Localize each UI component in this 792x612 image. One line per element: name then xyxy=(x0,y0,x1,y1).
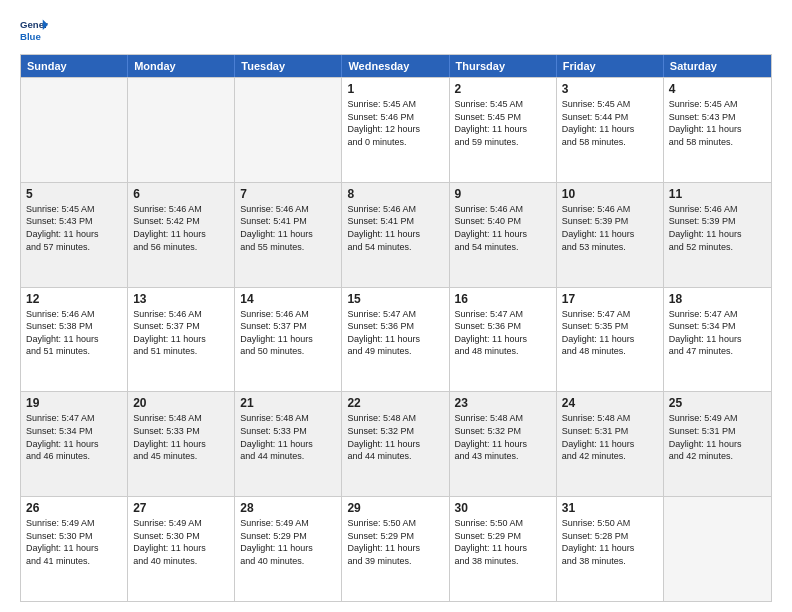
day-info: Sunrise: 5:48 AM Sunset: 5:33 PM Dayligh… xyxy=(133,412,229,462)
day-number: 25 xyxy=(669,396,766,410)
day-number: 2 xyxy=(455,82,551,96)
cal-cell: 12Sunrise: 5:46 AM Sunset: 5:38 PM Dayli… xyxy=(21,288,128,392)
day-number: 30 xyxy=(455,501,551,515)
day-header-saturday: Saturday xyxy=(664,55,771,77)
page: General Blue SundayMondayTuesdayWednesda… xyxy=(0,0,792,612)
day-number: 15 xyxy=(347,292,443,306)
day-number: 21 xyxy=(240,396,336,410)
cal-cell: 29Sunrise: 5:50 AM Sunset: 5:29 PM Dayli… xyxy=(342,497,449,601)
day-number: 13 xyxy=(133,292,229,306)
cal-cell: 3Sunrise: 5:45 AM Sunset: 5:44 PM Daylig… xyxy=(557,78,664,182)
cal-cell: 10Sunrise: 5:46 AM Sunset: 5:39 PM Dayli… xyxy=(557,183,664,287)
cal-cell: 2Sunrise: 5:45 AM Sunset: 5:45 PM Daylig… xyxy=(450,78,557,182)
day-info: Sunrise: 5:46 AM Sunset: 5:40 PM Dayligh… xyxy=(455,203,551,253)
day-info: Sunrise: 5:46 AM Sunset: 5:39 PM Dayligh… xyxy=(562,203,658,253)
cal-cell xyxy=(21,78,128,182)
day-info: Sunrise: 5:48 AM Sunset: 5:32 PM Dayligh… xyxy=(347,412,443,462)
calendar-row-2: 5Sunrise: 5:45 AM Sunset: 5:43 PM Daylig… xyxy=(21,182,771,287)
day-number: 28 xyxy=(240,501,336,515)
day-number: 26 xyxy=(26,501,122,515)
day-info: Sunrise: 5:46 AM Sunset: 5:37 PM Dayligh… xyxy=(240,308,336,358)
day-number: 12 xyxy=(26,292,122,306)
day-info: Sunrise: 5:46 AM Sunset: 5:37 PM Dayligh… xyxy=(133,308,229,358)
calendar-header-row: SundayMondayTuesdayWednesdayThursdayFrid… xyxy=(21,55,771,77)
cal-cell: 27Sunrise: 5:49 AM Sunset: 5:30 PM Dayli… xyxy=(128,497,235,601)
day-number: 16 xyxy=(455,292,551,306)
day-number: 5 xyxy=(26,187,122,201)
cal-cell: 19Sunrise: 5:47 AM Sunset: 5:34 PM Dayli… xyxy=(21,392,128,496)
day-info: Sunrise: 5:50 AM Sunset: 5:29 PM Dayligh… xyxy=(455,517,551,567)
day-info: Sunrise: 5:45 AM Sunset: 5:45 PM Dayligh… xyxy=(455,98,551,148)
cal-cell: 25Sunrise: 5:49 AM Sunset: 5:31 PM Dayli… xyxy=(664,392,771,496)
day-info: Sunrise: 5:47 AM Sunset: 5:35 PM Dayligh… xyxy=(562,308,658,358)
calendar-row-4: 19Sunrise: 5:47 AM Sunset: 5:34 PM Dayli… xyxy=(21,391,771,496)
day-header-tuesday: Tuesday xyxy=(235,55,342,77)
day-info: Sunrise: 5:49 AM Sunset: 5:29 PM Dayligh… xyxy=(240,517,336,567)
cal-cell: 7Sunrise: 5:46 AM Sunset: 5:41 PM Daylig… xyxy=(235,183,342,287)
calendar: SundayMondayTuesdayWednesdayThursdayFrid… xyxy=(20,54,772,602)
cal-cell: 4Sunrise: 5:45 AM Sunset: 5:43 PM Daylig… xyxy=(664,78,771,182)
day-info: Sunrise: 5:47 AM Sunset: 5:36 PM Dayligh… xyxy=(347,308,443,358)
day-info: Sunrise: 5:46 AM Sunset: 5:39 PM Dayligh… xyxy=(669,203,766,253)
day-number: 20 xyxy=(133,396,229,410)
header: General Blue xyxy=(20,16,772,44)
day-info: Sunrise: 5:45 AM Sunset: 5:43 PM Dayligh… xyxy=(26,203,122,253)
cal-cell xyxy=(128,78,235,182)
cal-cell: 23Sunrise: 5:48 AM Sunset: 5:32 PM Dayli… xyxy=(450,392,557,496)
logo-icon: General Blue xyxy=(20,16,48,44)
day-number: 23 xyxy=(455,396,551,410)
day-info: Sunrise: 5:46 AM Sunset: 5:42 PM Dayligh… xyxy=(133,203,229,253)
day-info: Sunrise: 5:45 AM Sunset: 5:44 PM Dayligh… xyxy=(562,98,658,148)
cal-cell xyxy=(664,497,771,601)
day-info: Sunrise: 5:49 AM Sunset: 5:30 PM Dayligh… xyxy=(133,517,229,567)
cal-cell: 15Sunrise: 5:47 AM Sunset: 5:36 PM Dayli… xyxy=(342,288,449,392)
day-number: 1 xyxy=(347,82,443,96)
cal-cell: 6Sunrise: 5:46 AM Sunset: 5:42 PM Daylig… xyxy=(128,183,235,287)
day-number: 17 xyxy=(562,292,658,306)
day-info: Sunrise: 5:48 AM Sunset: 5:33 PM Dayligh… xyxy=(240,412,336,462)
cal-cell: 11Sunrise: 5:46 AM Sunset: 5:39 PM Dayli… xyxy=(664,183,771,287)
cal-cell: 8Sunrise: 5:46 AM Sunset: 5:41 PM Daylig… xyxy=(342,183,449,287)
cal-cell: 17Sunrise: 5:47 AM Sunset: 5:35 PM Dayli… xyxy=(557,288,664,392)
day-number: 24 xyxy=(562,396,658,410)
day-info: Sunrise: 5:50 AM Sunset: 5:29 PM Dayligh… xyxy=(347,517,443,567)
day-number: 27 xyxy=(133,501,229,515)
day-header-monday: Monday xyxy=(128,55,235,77)
cal-cell: 21Sunrise: 5:48 AM Sunset: 5:33 PM Dayli… xyxy=(235,392,342,496)
cal-cell: 22Sunrise: 5:48 AM Sunset: 5:32 PM Dayli… xyxy=(342,392,449,496)
calendar-row-5: 26Sunrise: 5:49 AM Sunset: 5:30 PM Dayli… xyxy=(21,496,771,601)
cal-cell: 16Sunrise: 5:47 AM Sunset: 5:36 PM Dayli… xyxy=(450,288,557,392)
logo: General Blue xyxy=(20,16,48,44)
day-number: 3 xyxy=(562,82,658,96)
day-number: 31 xyxy=(562,501,658,515)
cal-cell: 28Sunrise: 5:49 AM Sunset: 5:29 PM Dayli… xyxy=(235,497,342,601)
day-number: 7 xyxy=(240,187,336,201)
cal-cell: 31Sunrise: 5:50 AM Sunset: 5:28 PM Dayli… xyxy=(557,497,664,601)
day-number: 19 xyxy=(26,396,122,410)
day-info: Sunrise: 5:49 AM Sunset: 5:30 PM Dayligh… xyxy=(26,517,122,567)
cal-cell: 30Sunrise: 5:50 AM Sunset: 5:29 PM Dayli… xyxy=(450,497,557,601)
day-info: Sunrise: 5:45 AM Sunset: 5:43 PM Dayligh… xyxy=(669,98,766,148)
cal-cell: 14Sunrise: 5:46 AM Sunset: 5:37 PM Dayli… xyxy=(235,288,342,392)
day-header-thursday: Thursday xyxy=(450,55,557,77)
day-number: 4 xyxy=(669,82,766,96)
day-info: Sunrise: 5:48 AM Sunset: 5:31 PM Dayligh… xyxy=(562,412,658,462)
day-number: 14 xyxy=(240,292,336,306)
cal-cell: 26Sunrise: 5:49 AM Sunset: 5:30 PM Dayli… xyxy=(21,497,128,601)
day-info: Sunrise: 5:46 AM Sunset: 5:41 PM Dayligh… xyxy=(240,203,336,253)
day-info: Sunrise: 5:49 AM Sunset: 5:31 PM Dayligh… xyxy=(669,412,766,462)
day-number: 29 xyxy=(347,501,443,515)
day-number: 10 xyxy=(562,187,658,201)
day-header-sunday: Sunday xyxy=(21,55,128,77)
day-info: Sunrise: 5:46 AM Sunset: 5:41 PM Dayligh… xyxy=(347,203,443,253)
day-info: Sunrise: 5:45 AM Sunset: 5:46 PM Dayligh… xyxy=(347,98,443,148)
day-info: Sunrise: 5:47 AM Sunset: 5:34 PM Dayligh… xyxy=(26,412,122,462)
svg-text:Blue: Blue xyxy=(20,31,41,42)
day-number: 8 xyxy=(347,187,443,201)
cal-cell xyxy=(235,78,342,182)
cal-cell: 18Sunrise: 5:47 AM Sunset: 5:34 PM Dayli… xyxy=(664,288,771,392)
cal-cell: 5Sunrise: 5:45 AM Sunset: 5:43 PM Daylig… xyxy=(21,183,128,287)
cal-cell: 20Sunrise: 5:48 AM Sunset: 5:33 PM Dayli… xyxy=(128,392,235,496)
day-number: 11 xyxy=(669,187,766,201)
calendar-row-1: 1Sunrise: 5:45 AM Sunset: 5:46 PM Daylig… xyxy=(21,77,771,182)
